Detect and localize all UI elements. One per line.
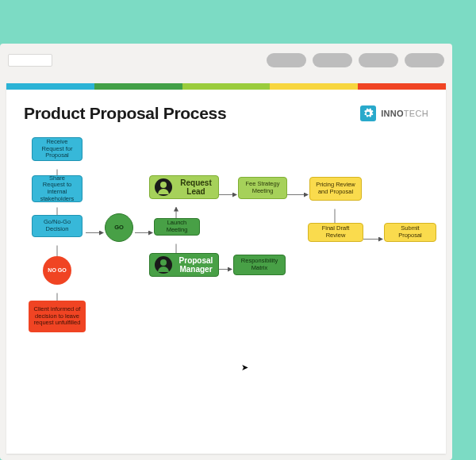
role-label: Proposal Manager [178, 256, 213, 274]
role-label: Request Lead [178, 178, 213, 197]
gear-icon [360, 105, 376, 121]
toolbar-button[interactable] [359, 53, 398, 67]
node-pricing-review[interactable]: Pricing Review and Proposal [309, 177, 362, 201]
toolbar-button[interactable] [405, 53, 444, 67]
toolbar-buttons [267, 53, 444, 67]
node-fee-strategy[interactable]: Fee Strategy Meeting [238, 177, 287, 199]
url-bar[interactable] [8, 54, 52, 67]
toolbar-button[interactable] [313, 53, 352, 67]
diagram-canvas[interactable]: Product Proposal Process INNOTECH [6, 83, 446, 454]
person-icon [155, 256, 172, 274]
page-title: Product Proposal Process [24, 104, 226, 123]
node-no-go[interactable]: NO GO [43, 256, 71, 285]
person-icon [155, 178, 172, 196]
node-final-draft[interactable]: Final Draft Review [308, 223, 363, 242]
cursor-icon: ➤ [241, 362, 248, 373]
node-go[interactable]: GO [105, 213, 133, 242]
node-share-request[interactable]: Share Request to internal stakeholders [32, 175, 83, 202]
brand-logo: INNOTECH [360, 105, 428, 121]
node-proposal-manager[interactable]: Proposal Manager [149, 253, 219, 277]
browser-window: Product Proposal Process INNOTECH [0, 44, 452, 460]
node-launch-meeting[interactable]: Launch Meeting [154, 218, 200, 236]
node-responsibility-matrix[interactable]: Responsibility Matrix [233, 255, 286, 275]
connectors [24, 137, 436, 444]
node-client-informed[interactable]: Client informed of decision to leave req… [29, 301, 86, 332]
flowchart: Receive Request for Proposal Share Reque… [24, 137, 436, 444]
browser-topbar [0, 44, 452, 77]
node-receive-request[interactable]: Receive Request for Proposal [32, 137, 83, 161]
toolbar-button[interactable] [267, 53, 306, 67]
logo-text: INNOTECH [381, 109, 428, 118]
node-submit-proposal[interactable]: Submit Proposal [384, 223, 436, 242]
node-request-lead[interactable]: Request Lead [149, 175, 219, 199]
node-go-nogo-decision[interactable]: Go/No-Go Decision [32, 215, 83, 237]
color-stripe [6, 83, 446, 90]
